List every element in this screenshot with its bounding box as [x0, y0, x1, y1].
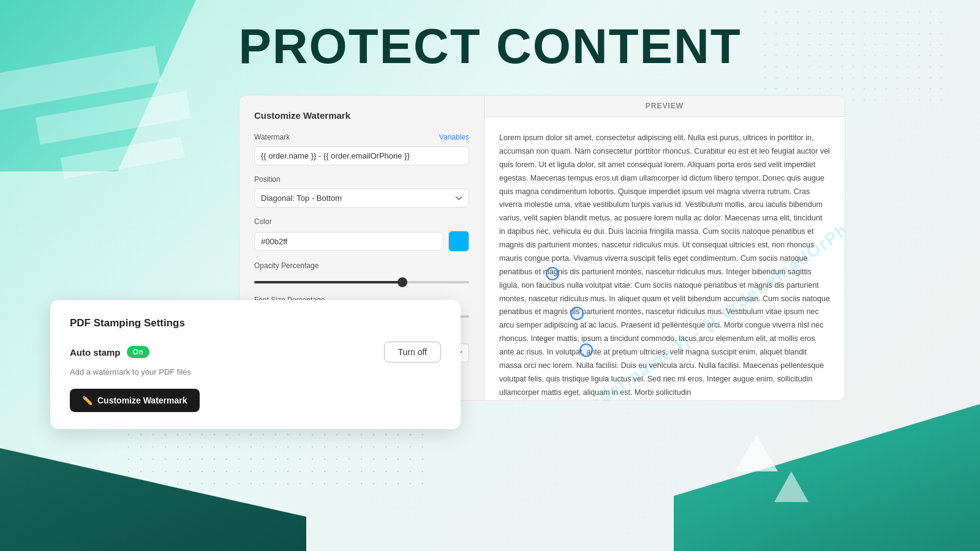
opacity-label: Opacity Percentage [254, 261, 318, 270]
watermark-field-group: Watermark Variables [254, 133, 469, 165]
position-field-group: Position Diagonal: Top - Bottom [254, 175, 469, 208]
customize-watermark-btn-label: Customize Watermark [97, 395, 187, 405]
color-label: Color [254, 217, 272, 226]
watermark-input[interactable] [254, 146, 469, 165]
position-label: Position [254, 175, 281, 184]
preview-header: PREVIEW [484, 96, 845, 117]
triangle-decoration [774, 471, 809, 502]
opacity-field-group: Opacity Percentage [254, 261, 469, 286]
customize-panel-title: Customize Watermark [254, 110, 469, 121]
stamping-settings-panel: PDF Stamping Settings Auto stamp On Turn… [50, 300, 461, 429]
opacity-slider[interactable] [254, 281, 469, 283]
auto-stamp-left: Auto stamp On [70, 346, 149, 358]
arrow-decoration [735, 435, 778, 471]
position-label-row: Position [254, 175, 469, 184]
on-badge: On [127, 346, 150, 358]
preview-body-text: Lorem ipsum dolor sit amet, consectetur … [499, 132, 830, 400]
cursor-indicator-3 [579, 343, 593, 357]
stamp-description: Add a watermark to your PDF files [70, 367, 441, 377]
stamping-panel-title: PDF Stamping Settings [70, 317, 441, 329]
dots-bottom-center [123, 429, 429, 490]
preview-content: Lorem ipsum dolor sit amet, consectetur … [484, 117, 845, 400]
watermark-label-row: Watermark Variables [254, 133, 469, 141]
position-select[interactable]: Diagonal: Top - Bottom [254, 189, 469, 208]
cursor-indicator-2 [570, 307, 584, 320]
customize-watermark-button[interactable]: ✏️ Customize Watermark [70, 389, 200, 412]
preview-panel: PREVIEW Lorem ipsum dolor sit amet, cons… [484, 95, 845, 401]
auto-stamp-row: Auto stamp On Turn off [70, 342, 441, 362]
turn-off-button[interactable]: Turn off [384, 342, 441, 362]
page-title: PROTECT CONTENT [0, 18, 980, 75]
opacity-label-row: Opacity Percentage [254, 261, 469, 270]
auto-stamp-label: Auto stamp [70, 347, 121, 358]
cursor-indicator-1 [546, 267, 559, 280]
watermark-label: Watermark [254, 133, 290, 141]
color-input-row [254, 231, 469, 252]
color-swatch[interactable] [448, 231, 469, 252]
variables-link[interactable]: Variables [439, 133, 469, 141]
color-field-group: Color [254, 217, 469, 252]
color-hex-input[interactable] [254, 232, 443, 251]
opacity-slider-container [254, 275, 469, 286]
customize-watermark-icon: ✏️ [82, 395, 92, 405]
color-label-row: Color [254, 217, 469, 226]
